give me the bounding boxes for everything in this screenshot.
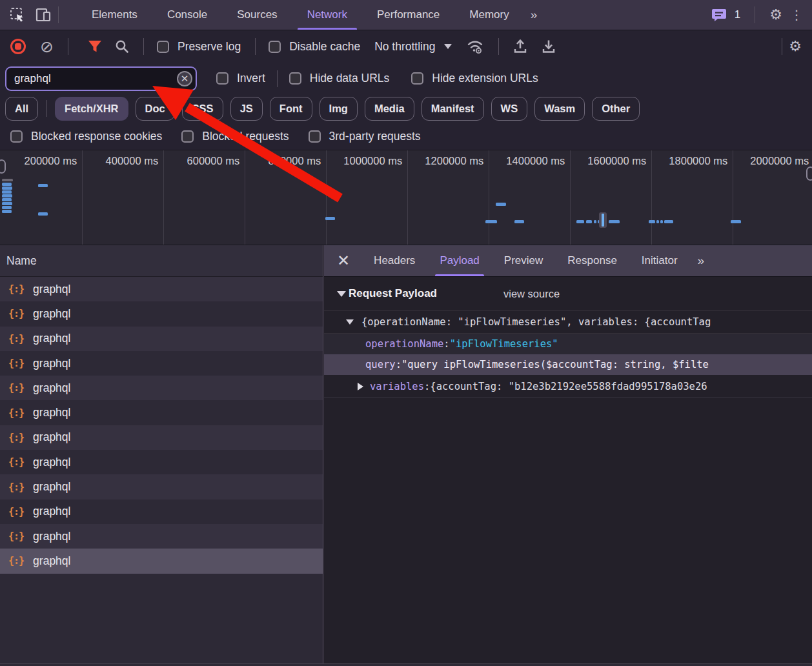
request-payload-section: Request Payload view source	[324, 277, 812, 310]
tab-headers[interactable]: Headers	[361, 245, 427, 276]
request-row[interactable]: {:}graphql	[0, 500, 323, 524]
fetch-xhr-icon: {:}	[8, 333, 24, 345]
timeline-tick: 2000000 ms	[733, 150, 812, 245]
tab-memory[interactable]: Memory	[454, 0, 523, 30]
tab-network[interactable]: Network	[292, 0, 362, 30]
request-row[interactable]: {:}graphql	[0, 474, 323, 499]
more-tabs-icon[interactable]: »	[524, 8, 543, 22]
timeline-bar	[38, 212, 48, 216]
issues-message-icon[interactable]	[711, 8, 727, 22]
devtools-window: Elements Console Sources Network Perform…	[0, 0, 812, 666]
expand-triangle-icon[interactable]	[358, 383, 363, 390]
fetch-xhr-icon: {:}	[8, 358, 24, 369]
resource-type-chips: All Fetch/XHR Doc CSS JS Font Img Media …	[0, 94, 812, 123]
timeline-bar	[325, 217, 335, 220]
clear-filter-icon[interactable]: ✕	[177, 71, 192, 86]
request-row[interactable]: {:}graphql	[0, 327, 323, 351]
payload-variables-row[interactable]: variables: {accountTag: "b12e3b2192ee558…	[324, 375, 812, 398]
third-party-requests-checkbox[interactable]	[309, 130, 321, 143]
close-icon[interactable]: ✕	[324, 253, 361, 268]
timeline-bar	[2, 198, 12, 201]
more-detail-tabs-icon[interactable]: »	[690, 254, 711, 268]
blocked-requests-checkbox[interactable]	[181, 130, 194, 143]
timeline-bar	[731, 220, 741, 223]
issues-count[interactable]: 1	[735, 8, 740, 21]
settings-gear-icon[interactable]: ⚙	[769, 8, 782, 22]
request-payload-title: Request Payload	[349, 287, 437, 300]
tab-payload[interactable]: Payload	[427, 245, 491, 276]
request-row[interactable]: {:}graphql	[0, 301, 323, 326]
throttling-select[interactable]: No throttling	[374, 40, 452, 54]
chip-js[interactable]: JS	[230, 97, 263, 121]
chip-font[interactable]: Font	[270, 97, 312, 121]
tab-sources[interactable]: Sources	[222, 0, 292, 30]
request-row[interactable]: {:}graphql	[0, 277, 323, 301]
request-row[interactable]: {:}graphql	[0, 376, 323, 400]
blocked-requests-label: Blocked requests	[202, 130, 289, 143]
overview-right-handle[interactable]	[806, 166, 812, 181]
chip-css[interactable]: CSS	[182, 97, 223, 121]
network-overview-timeline[interactable]: 200000 ms 400000 ms 600000 ms 800000 ms …	[0, 150, 812, 245]
tab-performance[interactable]: Performance	[362, 0, 454, 30]
chevron-down-icon	[444, 44, 452, 49]
device-toolbar-icon[interactable]	[35, 6, 52, 23]
tab-initiator[interactable]: Initiator	[629, 245, 690, 276]
kebab-menu-icon[interactable]: ⋮	[790, 7, 803, 23]
name-column-header[interactable]: Name	[0, 245, 323, 277]
export-har-icon[interactable]	[513, 39, 527, 54]
timeline-tick: 1200000 ms	[408, 150, 489, 245]
request-row[interactable]: {:}graphql	[0, 351, 323, 376]
search-icon[interactable]	[115, 39, 129, 54]
chip-doc[interactable]: Doc	[136, 97, 175, 121]
toolbar-divider	[143, 38, 144, 55]
chip-ws[interactable]: WS	[491, 97, 528, 121]
hide-data-urls-label: Hide data URLs	[310, 72, 390, 85]
request-row[interactable]: {:}graphql	[0, 524, 323, 549]
blocked-response-cookies-control: Blocked response cookies	[10, 130, 162, 143]
tab-response[interactable]: Response	[555, 245, 629, 276]
disable-cache-checkbox[interactable]	[269, 41, 281, 53]
payload-operation-row[interactable]: operationName: "ipFlowTimeseries"	[324, 333, 812, 354]
payload-query-row-selected[interactable]: query: "query ipFlowTimeseries($accountT…	[324, 354, 812, 375]
tab-preview[interactable]: Preview	[492, 245, 555, 276]
collapse-triangle-icon[interactable]	[337, 291, 346, 297]
toolbar-divider	[498, 38, 499, 55]
invert-checkbox[interactable]	[216, 72, 228, 85]
third-party-requests-label: 3rd-party requests	[329, 130, 421, 143]
chip-media[interactable]: Media	[365, 97, 414, 121]
chip-fetch-xhr[interactable]: Fetch/XHR	[55, 97, 128, 121]
payload-preview-row[interactable]: {operationName: "ipFlowTimeseries", vari…	[324, 310, 812, 333]
chip-all[interactable]: All	[5, 97, 38, 121]
request-row-selected[interactable]: {:}graphql	[0, 549, 323, 573]
request-row[interactable]: {:}graphql	[0, 425, 323, 450]
inspect-element-icon[interactable]	[9, 6, 26, 23]
timeline-bar	[2, 206, 12, 209]
view-source-link[interactable]: view source	[503, 288, 560, 300]
network-filter-row: ✕ Invert Hide data URLs Hide extension U…	[0, 63, 812, 94]
tab-console[interactable]: Console	[152, 0, 222, 30]
clear-network-log-icon[interactable]: ⊘	[40, 39, 54, 55]
record-network-log-button[interactable]	[10, 39, 26, 54]
preserve-log-checkbox[interactable]	[157, 41, 169, 53]
import-har-icon[interactable]	[542, 39, 556, 54]
request-row[interactable]: {:}graphql	[0, 450, 323, 474]
hide-extension-urls-label: Hide extension URLs	[432, 72, 538, 85]
chip-img[interactable]: Img	[320, 97, 358, 121]
top-bar-divider	[755, 6, 755, 23]
blocked-response-cookies-checkbox[interactable]	[10, 130, 23, 143]
overview-left-handle[interactable]	[0, 159, 6, 174]
filter-funnel-icon[interactable]	[88, 40, 102, 53]
filter-input[interactable]	[5, 66, 197, 91]
hide-extension-urls-checkbox[interactable]	[411, 72, 423, 85]
tab-elements[interactable]: Elements	[77, 0, 152, 30]
preserve-log-control: Preserve log	[157, 40, 241, 54]
network-settings-gear-icon[interactable]: ⚙	[789, 39, 802, 54]
chip-other[interactable]: Other	[592, 97, 640, 121]
chip-wasm[interactable]: Wasm	[534, 97, 585, 121]
network-conditions-icon[interactable]	[466, 39, 484, 54]
json-string-value: "ipFlowTimeseries"	[450, 338, 558, 350]
chip-manifest[interactable]: Manifest	[421, 97, 484, 121]
hide-data-urls-checkbox[interactable]	[289, 72, 301, 85]
request-row[interactable]: {:}graphql	[0, 400, 323, 425]
fetch-xhr-icon: {:}	[8, 283, 24, 295]
